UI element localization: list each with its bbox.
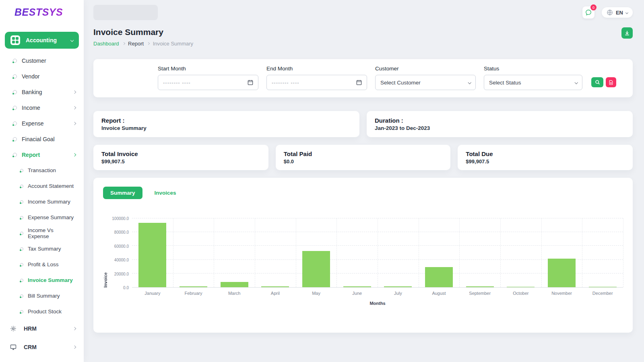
y-axis-tick-label: 80000.0 — [114, 230, 129, 234]
bar-slot — [541, 218, 582, 287]
monitor-icon — [10, 344, 17, 350]
status-select[interactable]: Select Status — [484, 75, 582, 90]
bar-may[interactable] — [302, 251, 330, 287]
bullet-icon — [20, 247, 23, 251]
bullet-icon — [20, 263, 23, 266]
sidebar-item-banking[interactable]: Banking — [0, 84, 84, 100]
report-label: Report : — [101, 117, 351, 124]
sidebar-item-bill-summary[interactable]: Bill Summary — [0, 288, 84, 304]
end-month-input[interactable]: -------- ---- — [266, 75, 367, 90]
bar-slot — [419, 218, 460, 287]
bar-september[interactable] — [466, 286, 494, 287]
sidebar-item-expense-summary[interactable]: Expense Summary — [0, 210, 84, 225]
end-month-label: End Month — [266, 66, 367, 72]
bar-august[interactable] — [425, 267, 453, 287]
sidebar-item-profit-loss[interactable]: Profit & Loss — [0, 257, 84, 272]
download-icon — [624, 30, 630, 36]
chart-tabs: Summary Invoices — [103, 187, 623, 199]
tab-invoices[interactable]: Invoices — [147, 187, 184, 199]
chevron-down-icon — [574, 81, 578, 84]
page-title: Invoice Summary — [93, 27, 193, 37]
bar-march[interactable] — [221, 282, 248, 287]
sidebar: BESTSYS Accounting Customer Vendor Banki… — [0, 0, 84, 362]
reset-icon — [609, 80, 613, 85]
sidebar-module-hrm[interactable]: HRM — [0, 319, 84, 338]
breadcrumb-dashboard[interactable]: Dashboard — [93, 41, 119, 47]
sidebar-item-income-vs-expense[interactable]: Income Vs Expense — [0, 225, 84, 241]
sidebar-module-crm[interactable]: CRM — [0, 338, 84, 356]
bar-october[interactable] — [507, 287, 535, 287]
sidebar-item-label: Tax Summary — [28, 246, 61, 252]
sidebar-item-label: Income Vs Expense — [28, 227, 76, 239]
x-axis-label: August — [419, 291, 460, 296]
bar-slot — [214, 218, 255, 287]
x-axis-label: June — [336, 291, 378, 296]
chart-panel: Summary Invoices Invoice 0.020000.040000… — [93, 178, 633, 333]
chevron-down-icon — [468, 81, 471, 84]
sidebar-item-finacial-goal[interactable]: Finacial Goal — [0, 131, 84, 147]
chat-button[interactable]: 0 — [582, 6, 594, 19]
stat-label: Total Due — [466, 150, 625, 157]
stat-value: $99,907.5 — [466, 158, 625, 165]
bar-june[interactable] — [343, 286, 371, 287]
bar-december[interactable] — [589, 287, 617, 287]
sidebar-item-account-statement[interactable]: Account Statement — [0, 178, 84, 194]
bullet-icon — [20, 200, 23, 204]
bar-july[interactable] — [384, 286, 412, 287]
apply-filter-button[interactable] — [591, 77, 603, 87]
x-axis-label: February — [173, 291, 214, 296]
language-selector[interactable]: EN — [602, 7, 633, 18]
reset-filter-button[interactable] — [606, 77, 616, 87]
sidebar-item-report[interactable]: Report — [0, 147, 84, 162]
breadcrumb-separator-icon — [122, 42, 125, 45]
language-label: EN — [616, 10, 623, 16]
x-axis-label: May — [296, 291, 337, 296]
sidebar-item-label: Finacial Goal — [22, 136, 55, 142]
stat-label: Total Paid — [284, 150, 443, 157]
start-month-input[interactable]: -------- ---- — [158, 75, 258, 90]
sidebar-item-vendor[interactable]: Vendor — [0, 68, 84, 84]
y-axis-tick-label: 60000.0 — [114, 244, 129, 248]
total-paid-card: Total Paid $0.0 — [276, 145, 451, 170]
sidebar-item-label: Profit & Loss — [28, 261, 59, 267]
topbar: 0 EN — [93, 4, 633, 21]
bar-slot — [255, 218, 296, 287]
sidebar-item-product-stock[interactable]: Product Stock — [0, 304, 84, 319]
sidebar-item-expense[interactable]: Expense — [0, 115, 84, 131]
report-value: Invoice Summary — [101, 125, 351, 131]
bullet-icon — [13, 59, 17, 63]
x-axis-title: Months — [132, 301, 623, 306]
chevron-down-icon — [70, 39, 74, 42]
sidebar-module-accounting[interactable]: Accounting — [5, 32, 79, 49]
topbar-placeholder — [93, 5, 158, 20]
module-label: HRM — [24, 325, 37, 332]
bar-january[interactable] — [138, 223, 166, 287]
sidebar-item-invoice-summary[interactable]: Invoice Summary — [0, 272, 84, 288]
sidebar-item-tax-summary[interactable]: Tax Summary — [0, 241, 84, 257]
bullet-icon — [20, 185, 23, 188]
sidebar-item-transaction[interactable]: Transaction — [0, 162, 84, 178]
breadcrumb-report[interactable]: Report — [128, 41, 144, 47]
bar-april[interactable] — [261, 286, 289, 287]
bar-february[interactable] — [180, 286, 207, 287]
bar-november[interactable] — [548, 259, 576, 287]
bullet-icon — [20, 310, 23, 313]
bar-slot — [132, 218, 173, 287]
sidebar-item-label: Customer — [22, 58, 46, 64]
bullet-icon — [13, 106, 17, 110]
download-button[interactable] — [621, 27, 633, 39]
gridline — [623, 218, 623, 287]
x-axis-label: November — [541, 291, 582, 296]
bullet-icon — [20, 169, 23, 172]
sidebar-item-income[interactable]: Income — [0, 100, 84, 115]
chevron-right-icon — [73, 153, 76, 156]
customer-select[interactable]: Select Customer — [375, 75, 476, 90]
total-invoice-card: Total Invoice $99,907.5 — [93, 145, 268, 170]
stat-value: $99,907.5 — [101, 158, 260, 165]
sidebar-item-income-summary[interactable]: Income Summary — [0, 194, 84, 210]
tab-summary[interactable]: Summary — [103, 187, 142, 199]
duration-card: Duration : Jan-2023 to Dec-2023 — [367, 111, 633, 137]
chart-x-labels: JanuaryFebruaryMarchAprilMayJuneJulyAugu… — [132, 291, 623, 296]
sidebar-item-customer[interactable]: Customer — [0, 53, 84, 68]
globe-icon — [607, 9, 613, 16]
